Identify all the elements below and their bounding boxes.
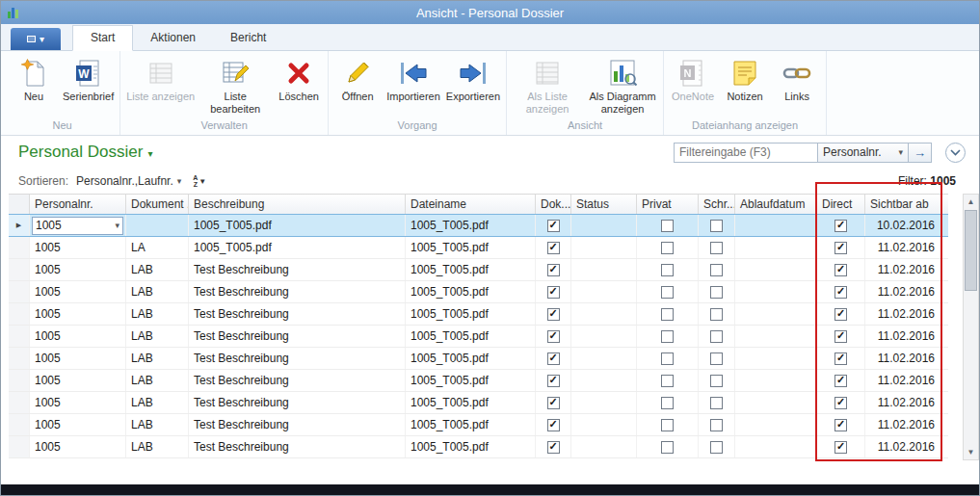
direct-checkbox[interactable] — [834, 441, 847, 454]
export-arrow-button[interactable]: Exportieren — [443, 55, 503, 103]
tab-aktionen[interactable]: Aktionen — [133, 26, 213, 50]
privat-checkbox[interactable] — [661, 352, 674, 365]
schr-checkbox[interactable] — [710, 397, 723, 409]
schr-checkbox[interactable] — [710, 220, 723, 232]
column-header[interactable]: Direct — [817, 195, 865, 214]
chart-button[interactable]: Als Diagramm anzeigen — [585, 55, 660, 115]
privat-checkbox[interactable] — [661, 242, 674, 254]
privat-checkbox[interactable] — [661, 308, 674, 321]
direct-checkbox[interactable] — [834, 308, 847, 321]
column-header[interactable]: Schr... — [699, 195, 735, 214]
table-row[interactable]: 1005LABTest Beschreibung1005_T005.pdf11.… — [9, 348, 948, 370]
row-selector[interactable] — [9, 281, 30, 302]
word-mailmerge-button[interactable]: WSerienbrief — [60, 55, 117, 103]
direct-checkbox[interactable] — [834, 375, 847, 387]
schr-checkbox[interactable] — [710, 441, 723, 454]
dok-checkbox[interactable] — [547, 286, 560, 299]
tab-bericht[interactable]: Bericht — [213, 26, 283, 50]
dok-checkbox[interactable] — [547, 397, 560, 409]
privat-checkbox[interactable] — [661, 397, 674, 409]
privat-checkbox[interactable] — [661, 441, 674, 454]
direct-checkbox[interactable] — [834, 419, 847, 431]
schr-checkbox[interactable] — [710, 352, 723, 365]
column-header[interactable]: Privat — [637, 195, 699, 214]
table-row[interactable]: 1005LABTest Beschreibung1005_T005.pdf11.… — [9, 281, 948, 303]
schr-checkbox[interactable] — [710, 375, 723, 387]
row-selector-header[interactable] — [9, 195, 30, 214]
dok-checkbox[interactable] — [547, 242, 560, 254]
column-header[interactable]: Personalnr. — [30, 195, 126, 214]
expand-header-button[interactable] — [945, 143, 966, 163]
import-arrow-button[interactable]: Importieren — [384, 55, 443, 103]
scroll-up-icon[interactable]: ▲ — [964, 195, 978, 209]
page-title[interactable]: Personal Dossier ▾ — [18, 143, 152, 162]
table-row[interactable]: 1005LABTest Beschreibung1005_T005.pdf11.… — [9, 370, 948, 392]
schr-checkbox[interactable] — [710, 242, 723, 254]
column-header[interactable]: Beschreibung — [189, 195, 406, 214]
tab-start[interactable]: Start — [72, 25, 133, 51]
open-pencil-button[interactable]: Öffnen — [331, 55, 384, 103]
schr-checkbox[interactable] — [710, 419, 723, 431]
new-document-button[interactable]: Neu — [8, 55, 60, 103]
filter-input[interactable] — [674, 143, 818, 163]
filter-field-dropdown[interactable]: Personalnr. ▾ — [818, 143, 909, 163]
row-selector[interactable] — [9, 326, 30, 347]
sort-field-dropdown[interactable]: Personalnr.,Laufnr. ▾ — [76, 174, 181, 188]
column-header[interactable]: Sichtbar ab — [865, 195, 942, 214]
privat-checkbox[interactable] — [661, 264, 674, 276]
row-selector[interactable] — [9, 370, 30, 391]
table-row[interactable]: 1005LABTest Beschreibung1005_T005.pdf11.… — [9, 414, 948, 436]
table-row[interactable]: 1005LABTest Beschreibung1005_T005.pdf11.… — [9, 436, 948, 458]
dok-checkbox[interactable] — [547, 352, 560, 365]
dok-checkbox[interactable] — [547, 264, 560, 276]
table-row[interactable]: 1005LABTest Beschreibung1005_T005.pdf11.… — [9, 259, 948, 281]
dok-checkbox[interactable] — [547, 375, 560, 387]
delete-button[interactable]: Löschen — [273, 55, 325, 103]
column-header[interactable]: Dokument ... — [126, 195, 189, 214]
application-menu-button[interactable]: ▾ — [11, 28, 61, 50]
notes-button[interactable]: Notizen — [719, 55, 771, 103]
schr-checkbox[interactable] — [710, 330, 723, 343]
dok-checkbox[interactable] — [547, 419, 560, 431]
schr-checkbox[interactable] — [710, 286, 723, 299]
row-selector[interactable] — [9, 436, 30, 457]
column-header[interactable]: Status — [571, 195, 637, 214]
links-button[interactable]: Links — [771, 55, 823, 103]
row-selector[interactable] — [9, 414, 30, 435]
dok-checkbox[interactable] — [547, 441, 560, 454]
privat-checkbox[interactable] — [661, 419, 674, 431]
row-selector[interactable] — [9, 348, 30, 369]
scroll-down-icon[interactable]: ▼ — [964, 445, 978, 459]
direct-checkbox[interactable] — [834, 330, 847, 343]
dok-checkbox[interactable] — [547, 220, 560, 232]
schr-checkbox[interactable] — [710, 264, 723, 276]
table-row[interactable]: 1005LABTest Beschreibung1005_T005.pdf11.… — [9, 326, 948, 348]
row-selector[interactable]: ▶ — [9, 215, 30, 236]
direct-checkbox[interactable] — [834, 242, 847, 254]
sort-az-icon[interactable]: AZ ▼ — [193, 174, 206, 188]
column-header[interactable]: Dateiname — [406, 195, 536, 214]
direct-checkbox[interactable] — [834, 264, 847, 276]
direct-checkbox[interactable] — [834, 352, 847, 365]
apply-filter-button[interactable]: → — [909, 143, 932, 163]
row-selector[interactable] — [9, 303, 30, 325]
row-selector[interactable] — [9, 259, 30, 280]
direct-checkbox[interactable] — [834, 220, 847, 232]
privat-checkbox[interactable] — [661, 330, 674, 343]
column-header[interactable]: Ablaufdatum — [735, 195, 817, 214]
privat-checkbox[interactable] — [661, 220, 674, 232]
personalnr-combobox[interactable]: 1005▾ — [32, 217, 123, 235]
privat-checkbox[interactable] — [661, 286, 674, 299]
row-selector[interactable] — [9, 392, 30, 413]
column-header[interactable]: Dok... — [536, 195, 571, 214]
table-row[interactable]: 1005LA1005_T005.pdf1005_T005.pdf11.02.20… — [9, 237, 948, 259]
dok-checkbox[interactable] — [547, 308, 560, 321]
vertical-scrollbar[interactable]: ▲ ▼ — [963, 194, 979, 460]
edit-list-button[interactable]: Liste bearbeiten — [198, 55, 273, 115]
row-selector[interactable] — [9, 237, 30, 258]
direct-checkbox[interactable] — [834, 397, 847, 409]
schr-checkbox[interactable] — [710, 308, 723, 321]
table-row[interactable]: ▶1005▾1005_T005.pdf1005_T005.pdf10.02.20… — [9, 214, 948, 237]
privat-checkbox[interactable] — [661, 375, 674, 387]
direct-checkbox[interactable] — [834, 286, 847, 299]
